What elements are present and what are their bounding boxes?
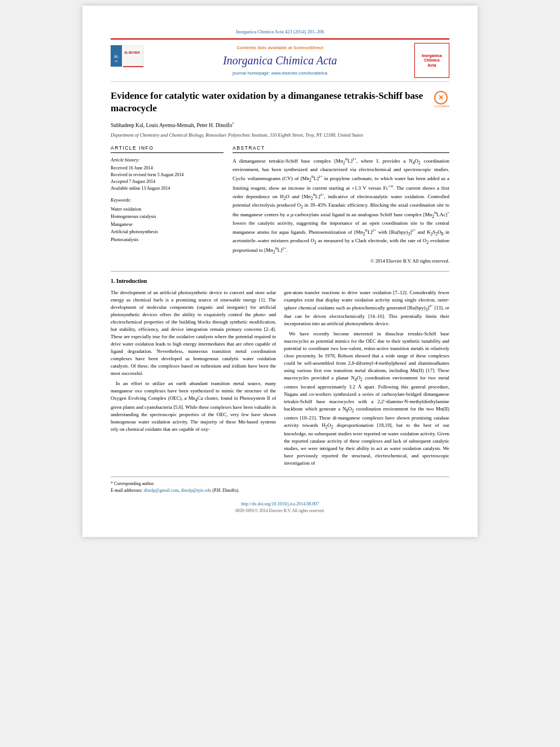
copyright: © 2014 Elsevier B.V. All rights reserved… <box>233 257 449 264</box>
svg-text:ELSEVIER: ELSEVIER <box>124 51 139 54</box>
body-p2-right: We have recently become interested in di… <box>284 330 449 467</box>
elsevier-svg: EL SE ELSEVIER <box>111 45 145 73</box>
journal-volume-label: Inorganica Chimica Acta 423 (2014) 201–2… <box>236 29 324 34</box>
keywords-list: Water oxidation Homogeneous catalysis Ma… <box>111 206 224 244</box>
keywords-group: Keywords: Water oxidation Homogeneous ca… <box>111 196 224 243</box>
keyword-4: Artificial photosynthesis <box>111 228 224 236</box>
section-divider <box>111 271 449 272</box>
sciencedirect-brand: ScienceDirect <box>294 45 323 50</box>
abstract-label: Abstract <box>233 145 449 153</box>
email-link-2[interactable]: dinolp@rpie.edu <box>181 488 211 493</box>
revised-date: Received in revised form 5 August 2014 <box>111 172 224 178</box>
page: Inorganica Chimica Acta 423 (2014) 201–2… <box>82 6 478 537</box>
history-label: Article history: <box>111 156 224 163</box>
journal-header: EL SE ELSEVIER Contents lists available … <box>111 38 449 82</box>
keyword-1: Water oxidation <box>111 206 224 213</box>
body-p2-left: In an effort to utilize an earth abundan… <box>111 380 276 433</box>
keyword-3: Manganese <box>111 221 224 229</box>
available-date: Available online 13 August 2014 <box>111 185 224 192</box>
body-p1-left: The development of an artificial photosy… <box>111 289 276 377</box>
abstract-text: A dimanganese tetrakis-Schiff base compl… <box>233 156 449 255</box>
keyword-2: Homogeneous catalysis <box>111 213 224 221</box>
journal-title-header: Inorganica Chimica Acta <box>150 53 410 69</box>
body-two-col: The development of an artificial photosy… <box>111 289 449 470</box>
journal-logo-box: InorganicaChimicaActa <box>410 43 449 78</box>
crossmark-icon: ✕ <box>438 93 444 103</box>
abstract-column: Abstract A dimanganese tetrakis-Schiff b… <box>233 145 449 265</box>
body-col-right: gen-atom transfer reactions to drive wat… <box>284 289 449 470</box>
received-date: Received 16 June 2014 <box>111 165 224 172</box>
elsevier-logo-left: EL SE ELSEVIER <box>111 45 150 76</box>
journal-logo: InorganicaChimicaActa <box>414 43 449 78</box>
info-abstract-section: Article Info Article history: Received 1… <box>111 145 449 265</box>
article-history-group: Article history: Received 16 June 2014 R… <box>111 156 224 192</box>
svg-text:SE: SE <box>115 60 118 63</box>
email-line: E-mail addresses: dinolp@gmail.com, dino… <box>111 487 449 494</box>
bottom-links: http://dx.doi.org/10.1016/j.ica.2014.08.… <box>111 501 449 508</box>
introduction-section: 1. Introduction The development of an ar… <box>111 277 449 470</box>
email-link-1[interactable]: dinolp@gmail.com <box>144 488 179 493</box>
top-doi: Inorganica Chimica Acta 423 (2014) 201–2… <box>111 28 449 35</box>
keywords-label: Keywords: <box>111 196 224 203</box>
footnote-section: * Corresponding author. E-mail addresses… <box>111 477 449 493</box>
body-col-left: The development of an artificial photosy… <box>111 289 276 470</box>
accepted-date: Accepted 7 August 2014 <box>111 178 224 185</box>
svg-text:EL: EL <box>114 55 119 58</box>
authors-line: Subhadeep Kal, Louis Ayensu-Mensah, Pete… <box>111 121 449 130</box>
header-center: Contents lists available at ScienceDirec… <box>150 45 410 76</box>
article-title-section: ✕ CrossMark Evidence for catalytic water… <box>111 90 449 115</box>
email-label: E-mail addresses: <box>111 488 143 493</box>
issn-line: 0020-1693/© 2014 Elsevier B.V. All right… <box>111 508 449 514</box>
logo-title: InorganicaChimicaActa <box>422 54 441 68</box>
introduction-heading: 1. Introduction <box>111 277 449 286</box>
article-title: Evidence for catalytic water oxidation b… <box>111 90 449 115</box>
corresponding-author-label: * Corresponding author. <box>111 480 449 487</box>
article-info-label: Article Info <box>111 145 224 153</box>
article-info-column: Article Info Article history: Received 1… <box>111 145 224 265</box>
email-suffix: (P.H. Dinolfo). <box>212 488 239 493</box>
keyword-5: Photocatalysis <box>111 236 224 244</box>
doi-link-bottom[interactable]: http://dx.doi.org/10.1016/j.ica.2014.08.… <box>241 501 319 506</box>
affiliation: Department of Chemistry and Chemical Bio… <box>111 132 449 138</box>
author-asterisk: * <box>232 121 234 126</box>
sciencedirect-line: Contents lists available at ScienceDirec… <box>150 45 410 51</box>
crossmark-badge: ✕ CrossMark <box>434 91 449 109</box>
journal-homepage: journal homepage: www.elsevier.com/locat… <box>150 70 410 77</box>
body-p1-right: gen-atom transfer reactions to drive wat… <box>284 289 449 328</box>
